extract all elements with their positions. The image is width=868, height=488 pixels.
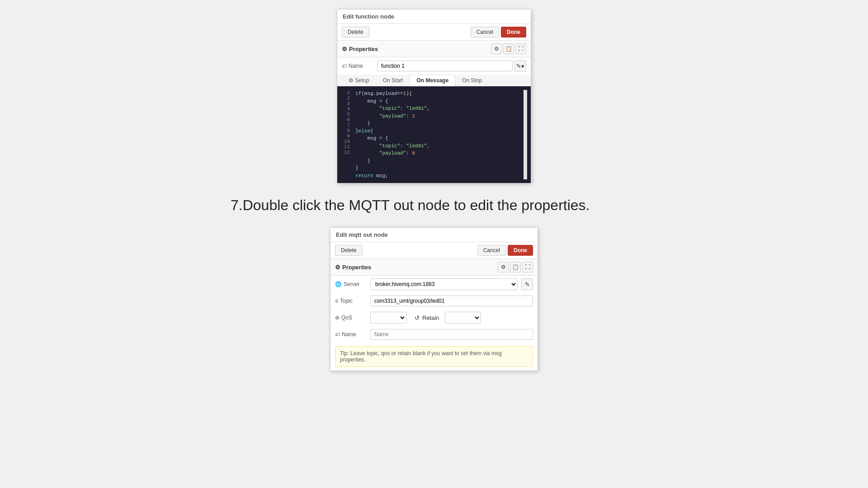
mqtt-retain-wrapper: ↺ Retain <box>415 314 439 321</box>
topic-icon: ≡ <box>335 298 338 304</box>
mqtt-delete-button[interactable]: Delete <box>335 245 363 256</box>
mqtt-tip-text: Tip: Leave topic, qos or retain blank if… <box>340 350 502 363</box>
mqtt-name-input[interactable] <box>370 329 533 340</box>
function-tabs-row: ⚙ Setup On Start On Message On Stop <box>337 75 531 86</box>
mqtt-done-button[interactable]: Done <box>508 245 533 256</box>
gear-icon: ⚙ <box>342 46 347 52</box>
mqtt-properties-settings-icon[interactable]: ⚙ <box>498 262 509 272</box>
function-properties-label: ⚙ Properties <box>342 46 491 52</box>
mqtt-qos-select[interactable]: 0 1 2 <box>370 312 406 324</box>
function-cancel-button[interactable]: Cancel <box>471 27 499 38</box>
function-properties-tab: ⚙ Properties ⚙ 📋 ⛶ <box>337 41 531 57</box>
mqtt-server-edit-icon[interactable]: ✎ <box>521 278 533 290</box>
mqtt-name-row: 🏷 Name <box>330 326 538 343</box>
mqtt-properties-label: ⚙ Properties <box>335 264 498 271</box>
mqtt-dialog-toolbar: Delete Cancel Done <box>330 242 538 259</box>
function-properties-icons: ⚙ 📋 ⛶ <box>491 43 526 54</box>
properties-settings-icon[interactable]: ⚙ <box>491 43 502 54</box>
tab-setup[interactable]: ⚙ Setup <box>342 75 376 86</box>
mqtt-topic-row: ≡ Topic <box>330 293 538 309</box>
mqtt-out-dialog: Edit mqtt out node Delete Cancel Done ⚙ … <box>330 227 538 371</box>
function-toolbar-right: Cancel Done <box>471 27 526 38</box>
mqtt-name-label: 🏷 Name <box>335 331 367 338</box>
properties-expand-icon[interactable]: ⛶ <box>515 43 526 54</box>
function-name-label: 🏷 Name <box>342 63 373 69</box>
code-content: if(msg.payload==1){ msg = { "topic": "le… <box>355 90 524 179</box>
mqtt-retain-select[interactable]: true false <box>445 312 481 324</box>
tab-on-message[interactable]: On Message <box>410 75 455 86</box>
line-numbers: 12345 678910 1112 <box>341 90 350 179</box>
mqtt-properties-tab: ⚙ Properties ⚙ 📋 ⛶ <box>330 259 538 276</box>
mqtt-gear-icon: ⚙ <box>335 264 340 271</box>
mqtt-dialog-title: Edit mqtt out node <box>330 228 538 242</box>
code-editor[interactable]: 12345 678910 1112 if(msg.payload==1){ ms… <box>337 86 531 183</box>
tab-on-start[interactable]: On Start <box>376 75 410 86</box>
mqtt-server-label: 🌐 Server <box>335 281 367 287</box>
tab-on-stop[interactable]: On Stop <box>455 75 489 86</box>
server-icon: 🌐 <box>335 281 342 287</box>
function-name-input-wrapper: ✎▾ <box>377 60 526 72</box>
qos-icon: ⊛ <box>335 314 340 321</box>
function-done-button[interactable]: Done <box>501 27 526 38</box>
code-scrollbar[interactable] <box>524 90 527 179</box>
mqtt-topic-label: ≡ Topic <box>335 298 367 304</box>
mqtt-toolbar-right: Cancel Done <box>477 245 533 256</box>
function-dialog-toolbar: Delete Cancel Done <box>337 24 531 41</box>
mqtt-topic-input[interactable] <box>370 296 533 306</box>
mqtt-properties-expand-icon[interactable]: ⛶ <box>522 262 533 272</box>
mqtt-server-row: 🌐 Server broker.hivemq.com:1883 ✎ <box>330 276 538 293</box>
instruction-text: 7.Double click the MQTT out node to edit… <box>231 197 637 214</box>
mqtt-server-select[interactable]: broker.hivemq.com:1883 <box>370 278 518 290</box>
mqtt-qos-row: ⊛ QoS 0 1 2 ↺ Retain true false <box>330 309 538 326</box>
function-delete-button[interactable]: Delete <box>342 27 369 38</box>
properties-export-icon[interactable]: 📋 <box>503 43 514 54</box>
mqtt-properties-icons: ⚙ 📋 ⛶ <box>498 262 533 272</box>
mqtt-qos-label: ⊛ QoS <box>335 314 367 321</box>
function-name-edit-icon[interactable]: ✎▾ <box>514 60 526 72</box>
function-name-row: 🏷 Name ✎▾ <box>337 57 531 75</box>
function-node-dialog: Edit function node Delete Cancel Done ⚙ … <box>337 9 531 183</box>
function-name-input[interactable] <box>377 61 513 71</box>
mqtt-tip-box: Tip: Leave topic, qos or retain blank if… <box>335 346 533 367</box>
tag-icon: 🏷 <box>342 63 347 69</box>
function-dialog-title: Edit function node <box>337 9 531 24</box>
mqtt-properties-export-icon[interactable]: 📋 <box>510 262 521 272</box>
mqtt-cancel-button[interactable]: Cancel <box>477 245 506 256</box>
mqtt-tag-icon: 🏷 <box>335 332 340 337</box>
mqtt-retain-label: Retain <box>422 314 439 321</box>
retain-icon: ↺ <box>415 314 420 321</box>
